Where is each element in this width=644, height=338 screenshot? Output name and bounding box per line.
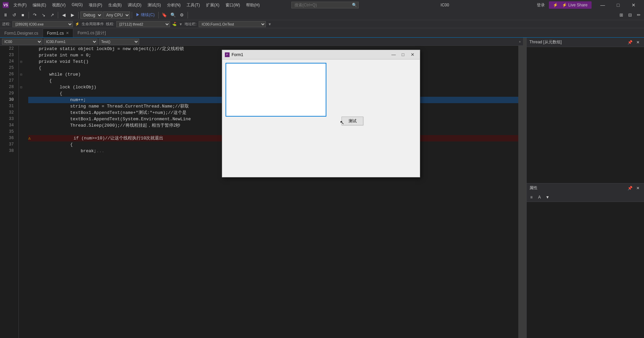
form1-test-button[interactable]: 测试 xyxy=(341,117,363,125)
menu-item[interactable]: 窗口(W) xyxy=(223,2,243,9)
toolbar-sep-5 xyxy=(158,12,159,18)
tab-design[interactable]: Form1.cs [设计] xyxy=(73,29,110,37)
menu-item[interactable]: 视图(V) xyxy=(49,2,68,9)
fold-area-30 xyxy=(19,97,26,103)
fold-area-38 xyxy=(19,148,26,154)
login-btn[interactable]: 登录 xyxy=(535,2,546,9)
layout-btn-1[interactable]: ⊞ xyxy=(617,11,625,19)
editor-scrollbar[interactable] xyxy=(518,46,523,338)
close-button[interactable]: ✕ xyxy=(626,0,641,10)
form1-maximize[interactable]: □ xyxy=(398,51,408,58)
form1-icon: F xyxy=(225,52,230,57)
properties-pin[interactable]: 📌 xyxy=(627,185,633,192)
form1-minimize[interactable]: — xyxy=(389,51,398,58)
menu-item[interactable]: 工具(T) xyxy=(184,2,202,9)
platform-dropdown[interactable]: Any CPU xyxy=(103,11,130,19)
nav-fwd-button[interactable]: ▶ xyxy=(69,11,77,19)
maximize-button[interactable]: □ xyxy=(610,0,626,10)
menu-item[interactable]: 分析(N) xyxy=(164,2,184,9)
fold-area-34 xyxy=(19,122,26,129)
form1-content: 测试 ↖ xyxy=(222,59,420,177)
minimize-button[interactable]: — xyxy=(595,0,610,10)
namespace-select[interactable]: IC00 xyxy=(2,39,42,45)
menu-item[interactable]: 文件(F) xyxy=(11,2,29,9)
fold-area-24: ⊟ xyxy=(19,58,26,65)
thread-dropdown[interactable]: [27112] thred2 xyxy=(116,21,170,27)
line-numbers: 2223242526272829303132333435363738 xyxy=(5,46,19,338)
line-num-23: 23 xyxy=(5,52,16,58)
step-over-button[interactable]: ↷ xyxy=(31,11,39,19)
thread-panel-pin[interactable]: 📌 xyxy=(627,39,633,46)
fold-area-37 xyxy=(19,141,26,148)
settings-button[interactable]: ⚙ xyxy=(178,11,186,19)
menu-item[interactable]: 测试(S) xyxy=(145,2,164,9)
restart-button[interactable]: ↺ xyxy=(10,11,18,19)
step-into-button[interactable]: ↘ xyxy=(39,11,47,19)
properties-close[interactable]: ✕ xyxy=(635,185,641,192)
menu-item[interactable]: Git(G) xyxy=(69,2,85,9)
search-input[interactable] xyxy=(291,2,359,8)
nav-back-button[interactable]: ◀ xyxy=(60,11,68,19)
find-button[interactable]: 🔍 xyxy=(169,11,177,19)
right-strip-scrollbar[interactable] xyxy=(523,38,526,338)
form1-title: Form1 xyxy=(232,52,389,57)
location-arrow-icon: ▼ xyxy=(268,22,272,26)
process-bar: 进程: [28928] IC00.exe ⚡ 生命周期事件 线程: [27112… xyxy=(0,20,644,28)
line-num-26: 26 xyxy=(5,71,16,78)
prop-alpha-btn[interactable]: A xyxy=(536,194,543,201)
thread-panel-header: Thread [从元数组] 📌 ✕ xyxy=(527,38,644,47)
prop-filter-btn[interactable]: ▼ xyxy=(544,194,551,201)
menu-item[interactable]: 项目(P) xyxy=(86,2,105,9)
layout-btn-2[interactable]: ⊟ xyxy=(626,11,634,19)
fold-btn-24[interactable]: ⊟ xyxy=(20,60,22,64)
code-toolbar: IC00 IC00.Form1 Test() + xyxy=(0,38,523,46)
fold-area-27 xyxy=(19,78,26,84)
fold-area-36 xyxy=(19,135,26,141)
plus-icon[interactable]: + xyxy=(519,40,521,44)
form1-close[interactable]: ✕ xyxy=(408,51,417,58)
class-select[interactable]: IC00.Form1 xyxy=(44,39,97,45)
step-out-button[interactable]: ↗ xyxy=(48,11,56,19)
prop-category-btn[interactable]: ≡ xyxy=(528,194,535,201)
line-num-24: 24 xyxy=(5,58,16,65)
pause-button[interactable]: ⏸ xyxy=(1,11,9,19)
menu-item[interactable]: 编辑(E) xyxy=(30,2,49,9)
method-select[interactable]: Test() xyxy=(99,39,139,45)
fold-btn-26[interactable]: ⊟ xyxy=(20,73,22,77)
search-icon: 🔍 xyxy=(352,3,357,7)
debug-config-dropdown[interactable]: Debug xyxy=(80,11,103,19)
thread-panel-icons: 📌 ✕ xyxy=(627,39,641,46)
main-toolbar: ⏸ ↺ ■ ↷ ↘ ↗ ◀ ▶ Debug Any CPU ▶ 继续(C) 🔖 … xyxy=(0,10,644,20)
fold-btn-28[interactable]: ⊟ xyxy=(20,85,22,89)
toolbar-sep-1 xyxy=(29,12,29,18)
toolbar-sep-3 xyxy=(78,12,79,18)
thread-panel-close[interactable]: ✕ xyxy=(635,39,641,46)
fold-area-28: ⊟ xyxy=(19,84,26,90)
tab-close-form1cs[interactable]: ✕ xyxy=(66,31,69,35)
layout-btn-3[interactable]: ✏ xyxy=(635,11,643,19)
line-num-36: 36 xyxy=(5,135,16,141)
tab-label-designer: Form1.Designer.cs xyxy=(4,31,38,36)
stop-button[interactable]: ■ xyxy=(19,11,27,19)
tab-bar: Form1.Designer.csForm1.cs✕Form1.cs [设计] xyxy=(0,28,644,38)
thread-panel-title: Thread [从元数组] xyxy=(529,39,562,45)
tab-form1cs[interactable]: Form1.cs✕ xyxy=(43,29,73,37)
menu-item[interactable]: 扩展(X) xyxy=(203,2,222,9)
title-bar-right: 登录 ⚡ ⚡ Live Share xyxy=(535,1,592,9)
fold-area-25 xyxy=(19,65,26,71)
menu-bar: 文件(F)编辑(E)视图(V)Git(G)项目(P)生成(B)调试(D)测试(S… xyxy=(11,2,263,9)
properties-panel-header: 属性 📌 ✕ xyxy=(527,183,644,193)
line-num-28: 28 xyxy=(5,84,16,90)
menu-item[interactable]: 调试(D) xyxy=(125,2,144,9)
live-share-button[interactable]: ⚡ ⚡ Live Share xyxy=(549,1,592,9)
continue-button[interactable]: ▶ 继续(C) xyxy=(134,11,157,19)
menu-item[interactable]: 生成(B) xyxy=(106,2,124,9)
line-num-30: 30 xyxy=(5,97,16,103)
location-dropdown[interactable]: IC00.Form1.OnTest xyxy=(199,21,266,27)
form1-textbox[interactable] xyxy=(226,63,326,117)
bookmark-button[interactable]: 🔖 xyxy=(160,11,168,19)
tab-designer[interactable]: Form1.Designer.cs xyxy=(0,29,43,37)
menu-item[interactable]: 帮助(H) xyxy=(243,2,263,9)
line-num-37: 37 xyxy=(5,141,16,148)
process-dropdown[interactable]: [28928] IC00.exe xyxy=(12,21,73,27)
